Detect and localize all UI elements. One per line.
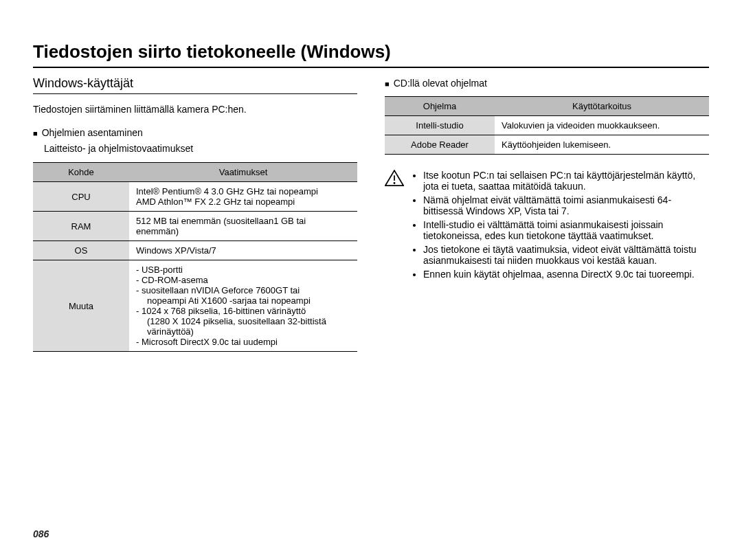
square-bullet-icon: ■ [385, 78, 390, 91]
page-title: Tiedostojen siirto tietokoneelle (Window… [33, 41, 709, 68]
table-row: Muuta - USB-portti - CD-ROM-asema - suos… [33, 260, 357, 352]
req-value-other: - USB-portti - CD-ROM-asema - suositella… [129, 260, 357, 352]
cd-programs-heading: ■ CD:llä olevat ohjelmat [385, 78, 709, 91]
warning-item: Intelli-studio ei välttämättä toimi asia… [423, 219, 709, 241]
programs-table: Ohjelma Käyttötarkoitus Intelli-studio V… [385, 96, 709, 155]
right-column: ■ CD:llä olevat ohjelmat Ohjelma Käyttöt… [385, 76, 709, 352]
warning-list: Itse kootun PC:n tai sellaisen PC:n tai … [411, 170, 709, 282]
table-row: Intelli-studio Valokuvien ja videoiden m… [385, 116, 709, 135]
prog-name-adobe: Adobe Reader [385, 135, 495, 155]
warning-triangle-icon [385, 170, 404, 187]
req-value-cpu: Intel® Pentium® 4 3.0 GHz GHz tai nopeam… [129, 182, 357, 212]
page-number: 086 [33, 528, 49, 539]
other-line: (1280 X 1024 pikselia, suositellaan 32-b… [136, 316, 350, 326]
warning-item: Nämä ohjelmat eivät välttämättä toimi as… [423, 194, 709, 216]
req-value-ram: 512 MB tai enemmän (suositellaan1 GB tai… [129, 212, 357, 241]
install-heading-label: Ohjelmien asentaminen [42, 127, 143, 138]
intro-text: Tiedostojen siirtäminen liittämällä kame… [33, 104, 357, 115]
req-value-os: Windows XP/Vista/7 [129, 241, 357, 260]
requirements-heading: Laitteisto- ja ohjelmistovaatimukset [44, 143, 357, 154]
warning-item: Ennen kuin käytät ohjelmaa, asenna Direc… [423, 269, 709, 280]
other-line: - CD-ROM-asema [136, 275, 350, 285]
requirements-table: Kohde Vaatimukset CPU Intel® Pentium® 4 … [33, 162, 357, 352]
svg-point-2 [394, 182, 396, 184]
other-line: värinäyttöä) [136, 326, 350, 337]
windows-users-heading: Windows-käyttäjät [33, 76, 357, 94]
req-item-os: OS [33, 241, 129, 260]
other-line: - Microsoft DirectX 9.0c tai uudempi [136, 337, 350, 347]
warning-box: Itse kootun PC:n tai sellaisen PC:n tai … [385, 170, 709, 282]
content-columns: Windows-käyttäjät Tiedostojen siirtämine… [33, 76, 709, 352]
req-item-ram: RAM [33, 212, 129, 241]
table-row: OS Windows XP/Vista/7 [33, 241, 357, 260]
page: Tiedostojen siirto tietokoneelle (Window… [0, 0, 742, 560]
table-row: RAM 512 MB tai enemmän (suositellaan1 GB… [33, 212, 357, 241]
prog-purpose-intelli: Valokuvien ja videoiden muokkaukseen. [495, 116, 709, 135]
other-line: nopeampi Ati X1600 -sarjaa tai nopeampi [136, 295, 350, 306]
prog-table-head-purpose: Käyttötarkoitus [495, 97, 709, 116]
square-bullet-icon: ■ [33, 127, 38, 140]
req-table-head-item: Kohde [33, 163, 129, 182]
req-item-other: Muuta [33, 260, 129, 352]
other-line: - suositellaan nVIDIA Geforce 7600GT tai [136, 285, 350, 295]
req-table-head-req: Vaatimukset [129, 163, 357, 182]
prog-name-intelli: Intelli-studio [385, 116, 495, 135]
other-line: - 1024 x 768 pikselia, 16-bittinen värin… [136, 306, 350, 316]
table-row: Adobe Reader Käyttöohjeiden lukemiseen. [385, 135, 709, 155]
other-line: - USB-portti [136, 265, 350, 275]
prog-purpose-adobe: Käyttöohjeiden lukemiseen. [495, 135, 709, 155]
cd-programs-label: CD:llä olevat ohjelmat [394, 78, 487, 89]
install-heading: ■ Ohjelmien asentaminen [33, 127, 357, 140]
warning-item: Itse kootun PC:n tai sellaisen PC:n tai … [423, 170, 709, 192]
req-item-cpu: CPU [33, 182, 129, 212]
prog-table-head-program: Ohjelma [385, 97, 495, 116]
warning-item: Jos tietokone ei täytä vaatimuksia, vide… [423, 244, 709, 266]
table-row: CPU Intel® Pentium® 4 3.0 GHz GHz tai no… [33, 182, 357, 212]
left-column: Windows-käyttäjät Tiedostojen siirtämine… [33, 76, 357, 352]
